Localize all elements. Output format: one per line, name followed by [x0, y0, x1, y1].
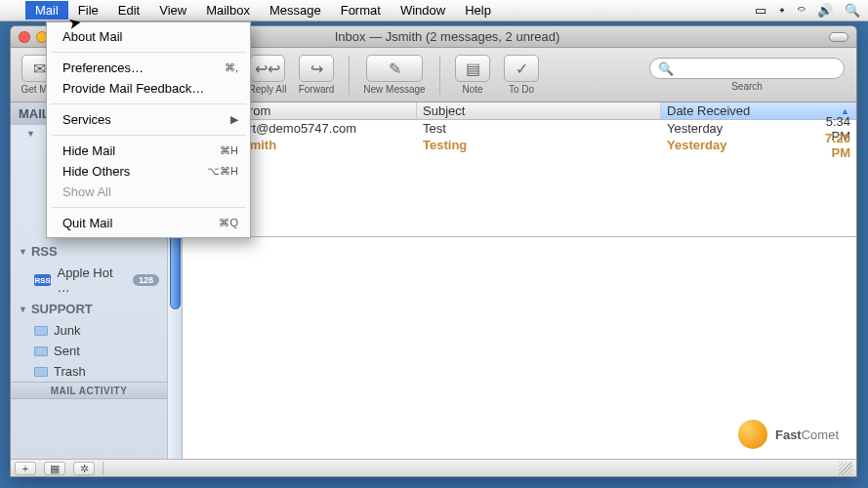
column-headers: From Subject Date Received▲	[183, 102, 856, 120]
folder-icon	[34, 326, 48, 336]
disclosure-icon: ▼	[19, 305, 27, 314]
mail-menu-dropdown: About Mail Preferences…⌘, Provide Mail F…	[46, 21, 251, 238]
menu-mail[interactable]: Mail	[25, 1, 68, 20]
sidebar-item-rss[interactable]: RSSApple Hot …128	[11, 263, 167, 298]
volume-icon[interactable]: 🔊	[817, 3, 833, 18]
menu-hide-others[interactable]: Hide Others⌥⌘H	[47, 161, 250, 182]
bluetooth-icon[interactable]: ᛭	[778, 3, 786, 18]
menu-format[interactable]: Format	[331, 1, 391, 20]
menubar: Mail File Edit View Mailbox Message Form…	[0, 0, 868, 21]
menu-view[interactable]: View	[149, 1, 196, 20]
preview-pane: FastComet	[183, 237, 856, 459]
toolbar-toggle[interactable]	[829, 32, 848, 42]
message-list[interactable]: ort@demo5747.com Test Yesterday 5:34 PM …	[183, 120, 856, 237]
menu-show-all: Show All	[47, 182, 250, 202]
message-row[interactable]: Smith Testing Yesterday 7:26 PM	[183, 137, 856, 153]
menu-file[interactable]: File	[68, 1, 108, 20]
menu-hide-mail[interactable]: Hide Mail⌘H	[47, 141, 250, 161]
new-message-button[interactable]: ✎New Message	[359, 55, 430, 95]
rss-header[interactable]: ▼RSS	[11, 240, 167, 263]
menu-services[interactable]: Services▶	[47, 109, 250, 130]
sidebar-item-sent[interactable]: Sent	[11, 341, 167, 361]
rss-count-badge: 128	[133, 274, 159, 286]
menu-mailbox[interactable]: Mailbox	[196, 1, 260, 20]
reply-all-button[interactable]: ↩︎↩︎Reply All	[245, 55, 290, 95]
menu-edit[interactable]: Edit	[108, 1, 149, 20]
rss-icon: RSS	[34, 274, 51, 286]
sidebar-item-junk[interactable]: Junk	[11, 320, 167, 341]
support-header[interactable]: ▼SUPPORT	[11, 298, 167, 320]
menu-quit-mail[interactable]: Quit Mail⌘Q	[47, 213, 250, 233]
battery-icon[interactable]: ▭	[755, 3, 766, 18]
search-icon: 🔍	[658, 61, 674, 76]
message-area: From Subject Date Received▲ ort@demo5747…	[183, 102, 856, 459]
action-menu-button[interactable]: ✲	[73, 462, 95, 475]
statusbar: + ▦ ✲	[11, 459, 856, 476]
wifi-icon[interactable]: ⌔	[798, 3, 806, 18]
search-label: Search	[731, 81, 763, 92]
mail-activity-header[interactable]: MAIL ACTIVITY	[11, 382, 167, 399]
menu-about-mail[interactable]: About Mail	[47, 26, 250, 47]
folder-icon	[34, 367, 48, 377]
disclosure-icon: ▼	[26, 129, 35, 139]
disclosure-icon: ▼	[19, 247, 27, 257]
folder-icon	[34, 346, 48, 356]
message-row[interactable]: ort@demo5747.com Test Yesterday 5:34 PM	[183, 120, 856, 137]
view-switch-button[interactable]: ▦	[44, 462, 65, 475]
resize-grip[interactable]	[839, 462, 852, 475]
menu-feedback[interactable]: Provide Mail Feedback…	[47, 78, 250, 99]
col-subject[interactable]: Subject	[417, 102, 661, 119]
menu-message[interactable]: Message	[260, 1, 331, 20]
menu-help[interactable]: Help	[455, 1, 501, 20]
search-input[interactable]: 🔍	[649, 58, 845, 79]
close-button[interactable]	[19, 31, 30, 43]
add-mailbox-button[interactable]: +	[15, 462, 36, 475]
note-button[interactable]: ▤Note	[450, 55, 495, 95]
comet-icon	[738, 420, 767, 449]
submenu-arrow-icon: ▶	[230, 113, 238, 126]
menu-preferences[interactable]: Preferences…⌘,	[47, 58, 250, 78]
sidebar-item-trash[interactable]: Trash	[11, 361, 167, 382]
todo-button[interactable]: ✓To Do	[499, 55, 544, 95]
spotlight-icon[interactable]: 🔍	[845, 3, 860, 18]
menu-window[interactable]: Window	[391, 1, 455, 20]
menubar-extras: ▭ ᛭ ⌔ 🔊 🔍	[755, 3, 860, 18]
fastcomet-logo: FastComet	[738, 420, 839, 449]
forward-button[interactable]: ↪︎Forward	[294, 55, 339, 95]
